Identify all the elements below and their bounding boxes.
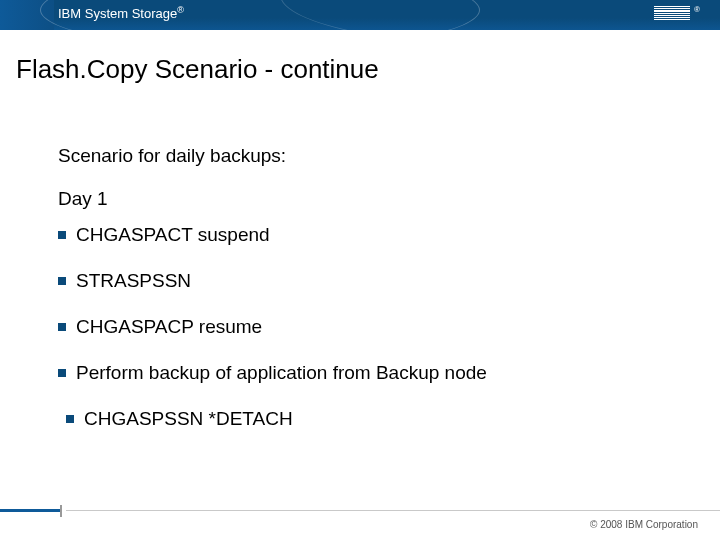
list-item-text: CHGASPSSN *DETACH — [84, 408, 293, 430]
bullet-square-icon — [66, 415, 74, 423]
list-item: CHGASPACT suspend — [58, 224, 680, 246]
copyright-text: © 2008 IBM Corporation — [590, 519, 698, 530]
bullet-square-icon — [58, 277, 66, 285]
list-item-text: Perform backup of application from Backu… — [76, 362, 487, 384]
header-accent-block — [0, 0, 54, 30]
ibm-logo: ® — [654, 6, 698, 20]
bullet-list: CHGASPACT suspend STRASPSSN CHGASPACP re… — [58, 224, 680, 454]
list-item-text: CHGASPACT suspend — [76, 224, 270, 246]
list-item: Perform backup of application from Backu… — [58, 362, 680, 384]
slide-title: Flash.Copy Scenario - continue — [16, 54, 379, 85]
footer-rule — [0, 509, 720, 512]
footer-separator — [60, 505, 62, 517]
list-item: STRASPSSN — [58, 270, 680, 292]
header-bar: IBM System Storage® ® — [0, 0, 720, 30]
bullet-square-icon — [58, 369, 66, 377]
scenario-label: Scenario for daily backups: — [58, 145, 286, 167]
list-item: CHGASPACP resume — [58, 316, 680, 338]
bullet-square-icon — [58, 231, 66, 239]
slide: IBM System Storage® ® Flash.Copy Scenari… — [0, 0, 720, 540]
footer-accent-segment — [0, 509, 60, 512]
header-registered-mark: ® — [177, 5, 184, 15]
day-label: Day 1 — [58, 188, 108, 210]
bullet-square-icon — [58, 323, 66, 331]
list-item-text: CHGASPACP resume — [76, 316, 262, 338]
ibm-logo-registered: ® — [694, 5, 700, 14]
footer-line — [66, 510, 720, 511]
header-product-title: IBM System Storage® — [58, 6, 184, 21]
list-item-text: STRASPSSN — [76, 270, 191, 292]
list-item: CHGASPSSN *DETACH — [66, 408, 680, 430]
ibm-logo-bars-icon — [654, 6, 690, 20]
header-product-text: IBM System Storage — [58, 6, 177, 21]
